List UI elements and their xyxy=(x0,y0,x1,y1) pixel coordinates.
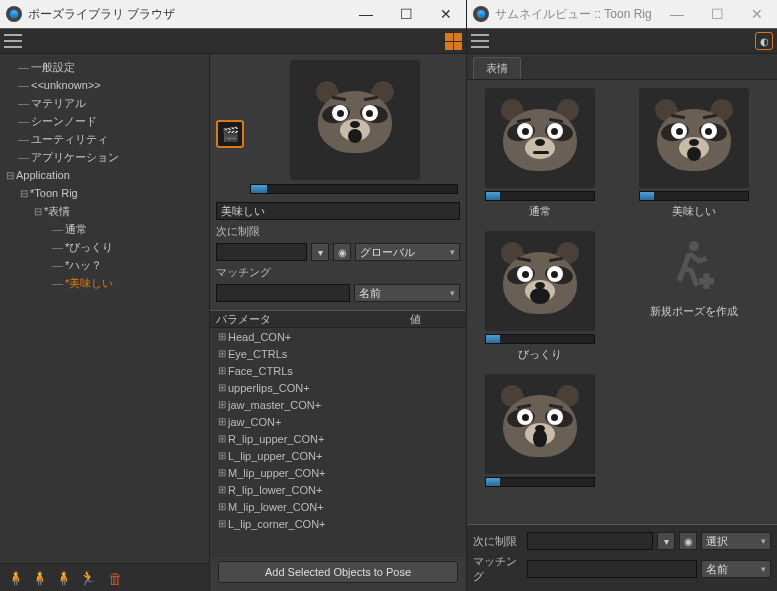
pose-slider[interactable] xyxy=(485,334,595,344)
tree-item[interactable]: アプリケーション xyxy=(31,150,119,165)
limit-input[interactable] xyxy=(216,243,307,261)
close-button[interactable]: ✕ xyxy=(737,0,777,28)
pose-icon-2[interactable]: 🧍 xyxy=(30,569,48,587)
tree-item[interactable]: 一般設定 xyxy=(31,60,75,75)
add-objects-button[interactable]: Add Selected Objects to Pose xyxy=(218,561,458,583)
matching-label: マッチング xyxy=(473,554,523,584)
app-icon xyxy=(473,6,489,22)
param-item[interactable]: R_lip_lower_CON+ xyxy=(228,484,322,496)
pose-slider[interactable] xyxy=(485,191,595,201)
toolbar-left xyxy=(0,28,466,54)
maximize-button[interactable]: ☐ xyxy=(386,0,426,28)
param-item[interactable]: M_lip_lower_CON+ xyxy=(228,501,324,513)
limit-input[interactable] xyxy=(527,532,653,550)
tree-item[interactable]: *ハッ？ xyxy=(65,258,102,273)
param-item[interactable]: upperlips_CON+ xyxy=(228,382,310,394)
runner-plus-icon xyxy=(664,236,724,296)
menu-icon[interactable] xyxy=(4,34,22,48)
tree-item[interactable]: ユーティリティ xyxy=(31,132,108,147)
pose-label: びっくり xyxy=(518,347,562,362)
tree-item[interactable]: *表情 xyxy=(44,204,70,219)
pose-preview xyxy=(290,60,420,180)
tree-item[interactable]: マテリアル xyxy=(31,96,86,111)
new-pose-button[interactable]: 新規ポーズを作成 xyxy=(629,231,759,362)
param-item[interactable]: L_lip_corner_CON+ xyxy=(228,518,326,530)
param-header: パラメータ 値 xyxy=(210,310,466,328)
matching-label: マッチング xyxy=(216,265,276,280)
limit-picker-icon[interactable]: ◉ xyxy=(679,532,697,550)
param-item[interactable]: jaw_master_CON+ xyxy=(228,399,321,411)
pose-label: 通常 xyxy=(529,204,551,219)
param-item[interactable]: Head_CON+ xyxy=(228,331,291,343)
param-list[interactable]: ⊞Head_CON+ ⊞Eye_CTRLs ⊞Face_CTRLs ⊞upper… xyxy=(210,328,466,557)
tree-item[interactable]: *びっくり xyxy=(65,240,113,255)
bottom-bar: 次に制限 ▾ ◉ 選択 マッチング 名前 xyxy=(467,524,777,591)
preview-slider[interactable] xyxy=(250,184,458,194)
tree-item[interactable]: <<unknown>> xyxy=(31,79,101,91)
tab-strip: 表情 xyxy=(467,54,777,80)
pose-thumb[interactable]: 美味しい xyxy=(629,88,759,219)
pose-tree[interactable]: —一般設定 —<<unknown>> —マテリアル —シーンノード —ユーティリ… xyxy=(0,54,209,563)
tree-item-selected[interactable]: *美味しい xyxy=(65,276,113,291)
trash-icon[interactable]: 🗑 xyxy=(108,570,124,586)
param-item[interactable]: L_lip_upper_CON+ xyxy=(228,450,322,462)
param-col-value: 値 xyxy=(410,312,460,327)
pose-icon-1[interactable]: 🧍 xyxy=(6,569,24,587)
add-pose-icon[interactable]: 🏃 xyxy=(78,569,96,587)
svg-point-0 xyxy=(689,241,699,251)
matching-dropdown[interactable]: 名前 xyxy=(354,284,460,302)
app-icon xyxy=(6,6,22,22)
clapper-icon[interactable]: 🎬 xyxy=(216,120,244,148)
pose-label: 美味しい xyxy=(672,204,716,219)
limit-label: 次に制限 xyxy=(216,224,276,239)
param-col-name: パラメータ xyxy=(216,312,410,327)
grid-view-icon[interactable] xyxy=(445,33,462,50)
thumbnail-grid: 通常 美味しい びっくり 新規ポーズを作成 xyxy=(467,80,777,524)
maximize-button[interactable]: ☐ xyxy=(697,0,737,28)
pose-thumb[interactable]: びっくり xyxy=(475,231,605,362)
limit-picker-icon[interactable]: ◉ xyxy=(333,243,351,261)
param-item[interactable]: M_lip_upper_CON+ xyxy=(228,467,326,479)
limit-dropdown-toggle[interactable]: ▾ xyxy=(657,532,675,550)
param-item[interactable]: jaw_CON+ xyxy=(228,416,282,428)
limit-label: 次に制限 xyxy=(473,534,523,549)
select-dropdown[interactable]: 選択 xyxy=(701,532,771,550)
window-title: ポーズライブラリ ブラウザ xyxy=(28,6,346,23)
scope-dropdown[interactable]: グローバル xyxy=(355,243,460,261)
tab-expressions[interactable]: 表情 xyxy=(473,57,521,79)
new-pose-label: 新規ポーズを作成 xyxy=(650,304,738,319)
matching-input[interactable] xyxy=(216,284,350,302)
pose-thumb[interactable] xyxy=(475,374,605,487)
minimize-button[interactable]: — xyxy=(657,0,697,28)
tree-item[interactable]: シーンノード xyxy=(31,114,97,129)
toolbar-right xyxy=(467,28,777,54)
matching-input[interactable] xyxy=(527,560,697,578)
pose-name-input[interactable] xyxy=(216,202,460,220)
titlebar-left: ポーズライブラリ ブラウザ — ☐ ✕ xyxy=(0,0,466,28)
minimize-button[interactable]: — xyxy=(346,0,386,28)
window-title: サムネイルビュー :: Toon Rig xyxy=(495,6,657,23)
matching-dropdown[interactable]: 名前 xyxy=(701,560,771,578)
tree-item[interactable]: *Toon Rig xyxy=(30,187,78,199)
tree-item[interactable]: 通常 xyxy=(65,222,87,237)
pose-slider[interactable] xyxy=(485,477,595,487)
close-button[interactable]: ✕ xyxy=(426,0,466,28)
param-item[interactable]: R_lip_upper_CON+ xyxy=(228,433,324,445)
limit-dropdown-toggle[interactable]: ▾ xyxy=(311,243,329,261)
tree-item[interactable]: Application xyxy=(16,169,70,181)
pose-icon-3[interactable]: 🧍 xyxy=(54,569,72,587)
pose-slider[interactable] xyxy=(639,191,749,201)
titlebar-right: サムネイルビュー :: Toon Rig — ☐ ✕ xyxy=(467,0,777,28)
param-item[interactable]: Eye_CTRLs xyxy=(228,348,287,360)
param-item[interactable]: Face_CTRLs xyxy=(228,365,293,377)
pose-thumb[interactable]: 通常 xyxy=(475,88,605,219)
character-icon[interactable] xyxy=(755,32,773,50)
menu-icon[interactable] xyxy=(471,34,489,48)
tree-footer: 🧍 🧍 🧍 🏃 🗑 xyxy=(0,563,209,591)
